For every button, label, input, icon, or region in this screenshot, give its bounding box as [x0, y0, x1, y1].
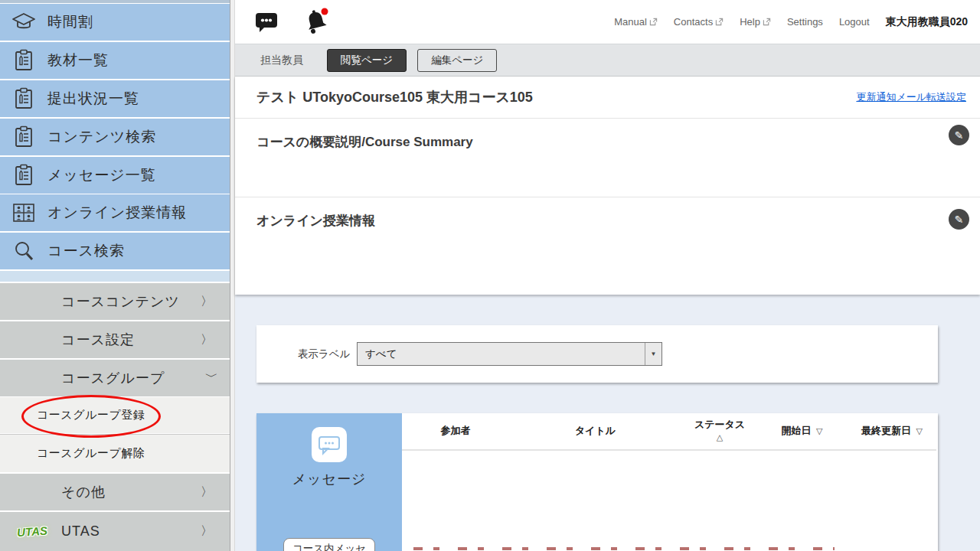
section-heading: コースの概要説明/Course Summary	[256, 119, 980, 151]
online-class-info-section: オンライン授業情報 ✎	[235, 197, 980, 294]
clipboard-icon	[0, 87, 47, 110]
current-user-name: 東大用教職員020	[886, 15, 968, 29]
sidebar-item-course-group-register[interactable]: コースグループ登録	[0, 397, 230, 433]
main-area: Manual Contacts Help Settings Logout 東大用…	[235, 0, 980, 551]
sidebar-spacer-strip	[0, 271, 230, 282]
label-filter-panel: 表示ラベル すべて ▼	[256, 325, 938, 383]
sidebar-top-strip	[0, 0, 230, 3]
sidebar-item-label: コンテンツ検索	[47, 127, 156, 147]
sidebar-item-online-class[interactable]: オンライン授業情報	[0, 194, 230, 231]
label-filter-select[interactable]: すべて ▼	[357, 342, 662, 366]
edit-pencil-icon[interactable]: ✎	[949, 209, 969, 230]
sidebar-item-course-group[interactable]: コースグループ 〉	[0, 360, 230, 396]
sidebar-item-label: コース検索	[47, 241, 125, 261]
message-category-label: メッセージ	[256, 470, 402, 488]
sidebar-item-label: 時間割	[47, 12, 93, 32]
sort-desc-icon[interactable]: ▽	[916, 426, 923, 435]
sidebar-item-course-search[interactable]: コース検索	[0, 233, 230, 269]
sidebar-item-content-search[interactable]: コンテンツ検索	[0, 119, 230, 155]
course-message-button[interactable]: コース内メッセージ	[283, 538, 375, 551]
tab-edit-page[interactable]: 編集ページ	[417, 49, 497, 72]
help-link[interactable]: Help	[740, 16, 771, 28]
clipboard-icon	[0, 164, 47, 187]
clipboard-icon	[0, 49, 47, 72]
message-table-panel: メッセージ コース内メッセージ 参加者 タイトル ステータス △ 開始日 ▽ 最…	[256, 413, 938, 551]
page-tab-bar: 担当教員 閲覧ページ 編集ページ	[235, 44, 980, 77]
chevron-right-icon: 〉	[201, 484, 213, 500]
sidebar-item-course-settings[interactable]: コース設定 〉	[0, 321, 230, 358]
graduation-cap-icon	[0, 11, 47, 34]
message-category-cell: メッセージ コース内メッセージ	[256, 413, 402, 551]
sidebar-item-utas[interactable]: UTAS UTAS 〉	[0, 512, 230, 551]
selected-option: すべて	[365, 343, 397, 365]
manual-link[interactable]: Manual	[614, 16, 658, 28]
settings-link[interactable]: Settings	[787, 16, 823, 28]
chat-icon[interactable]	[254, 11, 279, 34]
filter-label: 表示ラベル	[298, 325, 350, 383]
sidebar-item-timetable[interactable]: 時間割	[0, 4, 230, 41]
utas-logo-icon: UTAS	[15, 523, 49, 539]
column-header-title[interactable]: タイトル	[509, 424, 681, 438]
external-link-icon	[649, 18, 658, 26]
dropdown-arrow-button[interactable]: ▼	[645, 343, 662, 365]
top-header-bar: Manual Contacts Help Settings Logout 東大用…	[235, 0, 980, 44]
role-label: 担当教員	[260, 54, 303, 67]
column-header-start-date[interactable]: 開始日 ▽	[758, 424, 846, 438]
external-link-icon	[763, 18, 771, 26]
sidebar-item-submissions[interactable]: 提出状況一覧	[0, 80, 230, 117]
sort-asc-icon[interactable]: △	[681, 432, 758, 443]
chevron-right-icon: 〉	[201, 294, 213, 310]
magnifier-icon	[0, 240, 47, 262]
chevron-right-icon: 〉	[201, 523, 213, 540]
clipped-row-text-fragment	[413, 547, 835, 550]
sidebar-main-divider	[230, 0, 235, 551]
chevron-right-icon: 〉	[201, 332, 213, 348]
section-heading: オンライン授業情報	[256, 197, 980, 230]
chevron-down-icon: ▼	[651, 350, 657, 357]
sidebar-item-materials[interactable]: 教材一覧	[0, 42, 230, 79]
tab-view-page[interactable]: 閲覧ページ	[327, 49, 407, 72]
column-header-status[interactable]: ステータス △	[681, 418, 758, 442]
column-header-last-updated[interactable]: 最終更新日 ▽	[846, 424, 938, 438]
sort-desc-icon[interactable]: ▽	[816, 426, 822, 435]
sidebar-item-course-group-unregister[interactable]: コースグループ解除	[0, 434, 230, 472]
edit-pencil-icon[interactable]: ✎	[949, 125, 969, 145]
sidebar-item-others[interactable]: その他 〉	[0, 474, 230, 510]
table-header-divider	[402, 449, 936, 451]
sidebar-item-course-contents[interactable]: コースコンテンツ 〉	[0, 283, 230, 320]
logout-link[interactable]: Logout	[839, 16, 870, 28]
sidebar-item-label: オンライン授業情報	[47, 203, 187, 223]
sidebar-item-message-list[interactable]: メッセージ一覧	[0, 157, 230, 194]
chevron-down-icon: 〉	[202, 372, 218, 384]
sidebar: 時間割 教材一覧 提出状況一覧 コンテンツ検索 メッセージ一覧 オンライン授業情…	[0, 0, 230, 551]
course-summary-section: コースの概要説明/Course Summary ✎	[235, 119, 980, 197]
contacts-link[interactable]: Contacts	[674, 16, 724, 28]
course-panel: テスト UTokyoCourse105 東大用コース105 更新通知メール転送設…	[235, 77, 980, 295]
course-title: テスト UTokyoCourse105 東大用コース105	[256, 88, 533, 106]
column-header-participants[interactable]: 参加者	[402, 424, 509, 438]
meeting-grid-icon	[0, 202, 47, 223]
sidebar-item-label: メッセージ一覧	[47, 165, 156, 185]
message-bubble-icon	[312, 427, 347, 462]
sidebar-item-label: 教材一覧	[47, 51, 109, 70]
clipboard-icon	[0, 126, 47, 148]
sidebar-item-label: 提出状況一覧	[47, 89, 139, 109]
notification-bell-icon[interactable]	[302, 6, 332, 37]
external-link-icon	[715, 18, 724, 26]
update-mail-forward-link[interactable]: 更新通知メール転送設定	[856, 90, 966, 104]
